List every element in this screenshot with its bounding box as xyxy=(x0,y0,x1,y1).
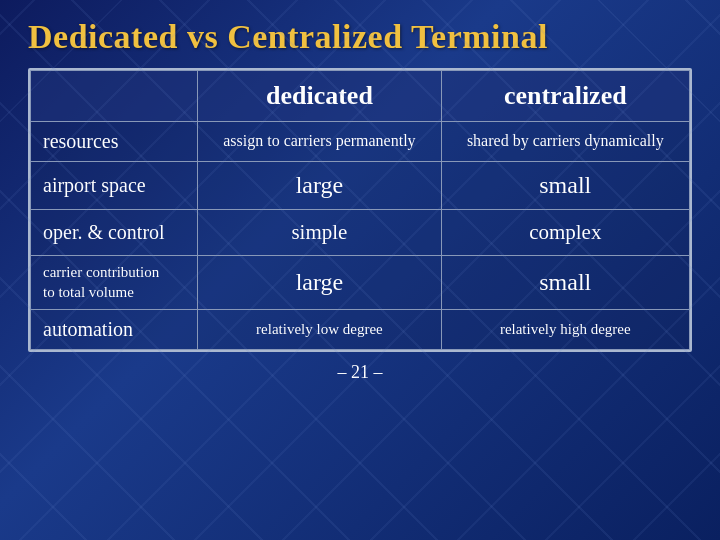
cell-carrier-dedicated: large xyxy=(198,256,441,310)
page-title: Dedicated vs Centralized Terminal xyxy=(0,0,720,68)
row-label-automation: automation xyxy=(31,309,198,349)
cell-oper-centralized: complex xyxy=(441,210,689,256)
table-header-row: dedicated centralized xyxy=(31,71,690,122)
cell-oper-dedicated: simple xyxy=(198,210,441,256)
cell-automation-dedicated: relatively low degree xyxy=(198,309,441,349)
row-label-carrier-contribution: carrier contribution to total volume xyxy=(31,256,198,310)
header-empty-cell xyxy=(31,71,198,122)
cell-resources-centralized: shared by carriers dynamically xyxy=(441,122,689,162)
header-dedicated-label: dedicated xyxy=(266,81,373,110)
header-centralized-label: centralized xyxy=(504,81,627,110)
row-label-oper-control: oper. & control xyxy=(31,210,198,256)
cell-carrier-centralized: small xyxy=(441,256,689,310)
table-row: airport space large small xyxy=(31,162,690,210)
table-row: resources assign to carriers permanently… xyxy=(31,122,690,162)
table-wrapper: dedicated centralized resources assign t… xyxy=(28,68,692,352)
cell-airport-centralized: small xyxy=(441,162,689,210)
cell-airport-dedicated: large xyxy=(198,162,441,210)
comparison-table: dedicated centralized resources assign t… xyxy=(30,70,690,350)
table-row: automation relatively low degree relativ… xyxy=(31,309,690,349)
table-row: oper. & control simple complex xyxy=(31,210,690,256)
row-label-resources: resources xyxy=(31,122,198,162)
cell-resources-dedicated: assign to carriers permanently xyxy=(198,122,441,162)
header-dedicated-cell: dedicated xyxy=(198,71,441,122)
table-row: carrier contribution to total volume lar… xyxy=(31,256,690,310)
header-centralized-cell: centralized xyxy=(441,71,689,122)
row-label-airport-space: airport space xyxy=(31,162,198,210)
cell-automation-centralized: relatively high degree xyxy=(441,309,689,349)
page-footer: – 21 – xyxy=(0,362,720,383)
